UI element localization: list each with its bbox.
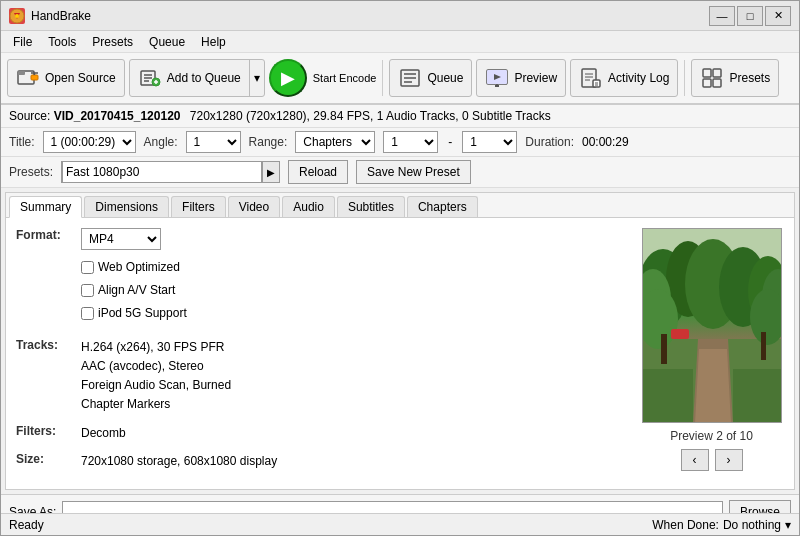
- tab-content: Format: MP4 Web Optimized: [6, 218, 794, 489]
- duration-label: Duration:: [525, 135, 574, 149]
- presets-bar-label: Presets:: [9, 165, 53, 179]
- range-type-select[interactable]: Chapters: [295, 131, 375, 153]
- add-to-queue-button[interactable]: Add to Queue: [130, 60, 249, 96]
- presets-icon: [700, 66, 724, 90]
- preview-label-btn: Preview: [514, 71, 557, 85]
- preview-button[interactable]: Preview: [476, 59, 566, 97]
- titlebar: HandBrake — □ ✕: [1, 1, 799, 31]
- format-key: Format:: [16, 228, 81, 242]
- toolbar-separator-1: [382, 60, 383, 96]
- menu-presets[interactable]: Presets: [84, 33, 141, 51]
- track-line-1: H.264 (x264), 30 FPS PFR: [81, 338, 619, 357]
- add-to-queue-label: Add to Queue: [167, 71, 241, 85]
- align-av-checkbox[interactable]: [81, 284, 94, 297]
- minimize-button[interactable]: —: [709, 6, 735, 26]
- menu-queue[interactable]: Queue: [141, 33, 193, 51]
- when-done-arrow: ▾: [785, 518, 791, 532]
- svg-rect-49: [643, 369, 693, 423]
- size-key: Size:: [16, 452, 81, 466]
- filters-row: Filters: Decomb: [16, 424, 619, 443]
- activity-log-icon: [579, 66, 603, 90]
- presets-label: Presets: [729, 71, 770, 85]
- tab-video[interactable]: Video: [228, 196, 280, 217]
- browse-button[interactable]: Browse: [729, 500, 791, 513]
- source-details: 720x1280 (720x1280), 29.84 FPS, 1 Audio …: [190, 109, 551, 123]
- queue-button[interactable]: Queue: [389, 59, 472, 97]
- preview-navigation: ‹ ›: [681, 449, 743, 471]
- ipod-5g-label: iPod 5G Support: [98, 304, 187, 323]
- presets-button[interactable]: Presets: [691, 59, 779, 97]
- save-as-input[interactable]: [62, 501, 723, 513]
- ipod-5g-row: iPod 5G Support: [81, 304, 619, 323]
- titlebar-controls: — □ ✕: [709, 6, 791, 26]
- svg-rect-47: [661, 334, 667, 364]
- when-done: When Done: Do nothing ▾: [652, 518, 791, 532]
- add-queue-dropdown[interactable]: ▾: [249, 60, 264, 96]
- track-line-2: AAC (avcodec), Stereo: [81, 357, 619, 376]
- open-source-icon: [16, 66, 40, 90]
- maximize-button[interactable]: □: [737, 6, 763, 26]
- menu-file[interactable]: File: [5, 33, 40, 51]
- svg-rect-3: [18, 71, 25, 75]
- activity-log-label: Activity Log: [608, 71, 669, 85]
- svg-rect-33: [713, 79, 721, 87]
- open-source-label: Open Source: [45, 71, 116, 85]
- source-filename: VID_20170415_120120: [54, 109, 181, 123]
- range-dash: -: [448, 135, 452, 149]
- tab-filters[interactable]: Filters: [171, 196, 226, 217]
- track-line-4: Chapter Markers: [81, 395, 619, 414]
- save-as-label: Save As:: [9, 505, 56, 513]
- tab-summary[interactable]: Summary: [9, 196, 82, 218]
- when-done-value: Do nothing: [723, 518, 781, 532]
- align-av-label: Align A/V Start: [98, 281, 175, 300]
- tracks-val: H.264 (x264), 30 FPS PFR AAC (avcodec), …: [81, 338, 619, 415]
- start-encode-button[interactable]: ▶: [269, 59, 307, 97]
- save-new-preset-button[interactable]: Save New Preset: [356, 160, 471, 184]
- svg-rect-51: [671, 329, 689, 339]
- titlebar-title: HandBrake: [31, 9, 91, 23]
- close-button[interactable]: ✕: [765, 6, 791, 26]
- format-select[interactable]: MP4: [81, 228, 161, 250]
- format-row: Format: MP4 Web Optimized: [16, 228, 619, 328]
- format-select-row: MP4: [81, 228, 619, 250]
- save-bar: Save As: Browse: [1, 494, 799, 513]
- menubar: File Tools Presets Queue Help: [1, 31, 799, 53]
- content-area: Summary Dimensions Filters Video Audio S…: [1, 188, 799, 513]
- start-encode-label: Start Encode: [313, 72, 377, 84]
- reload-button[interactable]: Reload: [288, 160, 348, 184]
- preset-input[interactable]: [62, 161, 262, 183]
- range-to-select[interactable]: 1: [462, 131, 517, 153]
- settings-bar: Title: 1 (00:00:29) Angle: 1 Range: Chap…: [1, 128, 799, 157]
- ipod-5g-checkbox[interactable]: [81, 307, 94, 320]
- queue-icon: [398, 66, 422, 90]
- preset-arrow-button[interactable]: ▶: [262, 162, 279, 182]
- preview-prev-button[interactable]: ‹: [681, 449, 709, 471]
- add-to-queue-group: Add to Queue ▾: [129, 59, 265, 97]
- activity-log-button[interactable]: Activity Log: [570, 59, 678, 97]
- tab-audio[interactable]: Audio: [282, 196, 335, 217]
- track-line-3: Foreign Audio Scan, Burned: [81, 376, 619, 395]
- angle-select[interactable]: 1: [186, 131, 241, 153]
- angle-label: Angle:: [144, 135, 178, 149]
- size-row: Size: 720x1080 storage, 608x1080 display: [16, 452, 619, 471]
- menu-help[interactable]: Help: [193, 33, 234, 51]
- title-select[interactable]: 1 (00:00:29): [43, 131, 136, 153]
- tab-subtitles[interactable]: Subtitles: [337, 196, 405, 217]
- preview-next-button[interactable]: ›: [715, 449, 743, 471]
- menu-tools[interactable]: Tools: [40, 33, 84, 51]
- svg-rect-50: [733, 369, 782, 423]
- main-area: Summary Dimensions Filters Video Audio S…: [5, 192, 795, 490]
- tab-dimensions[interactable]: Dimensions: [84, 196, 169, 217]
- svg-rect-4: [31, 75, 38, 80]
- preview-panel: Preview 2 of 10 ‹ ›: [639, 228, 784, 479]
- web-optimized-label: Web Optimized: [98, 258, 180, 277]
- svg-rect-30: [703, 69, 711, 77]
- open-source-button[interactable]: Open Source: [7, 59, 125, 97]
- tab-chapters[interactable]: Chapters: [407, 196, 478, 217]
- preview-caption: Preview 2 of 10: [670, 429, 753, 443]
- web-optimized-checkbox[interactable]: [81, 261, 94, 274]
- range-from-select[interactable]: 1: [383, 131, 438, 153]
- presets-bar: Presets: ▶ Reload Save New Preset: [1, 157, 799, 188]
- filters-val: Decomb: [81, 424, 619, 443]
- preview-icon: [485, 66, 509, 90]
